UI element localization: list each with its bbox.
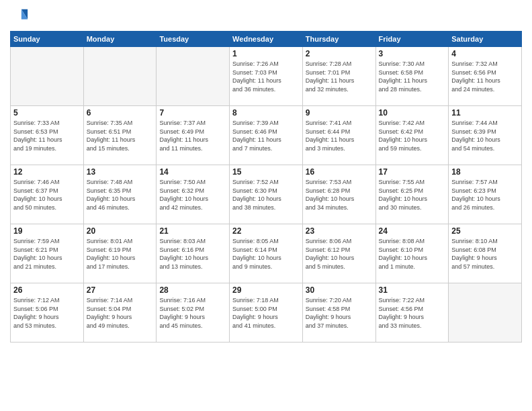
day-number: 23 bbox=[306, 226, 373, 236]
calendar-cell: 10Sunrise: 7:42 AM Sunset: 6:42 PM Dayli… bbox=[375, 106, 449, 165]
day-info: Sunrise: 8:05 AM Sunset: 6:14 PM Dayligh… bbox=[232, 237, 300, 271]
calendar-cell: 1Sunrise: 7:26 AM Sunset: 7:03 PM Daylig… bbox=[230, 47, 303, 106]
weekday-header-friday: Friday bbox=[375, 32, 449, 47]
day-number: 15 bbox=[232, 167, 300, 177]
day-number: 19 bbox=[13, 226, 81, 236]
day-info: Sunrise: 7:44 AM Sunset: 6:39 PM Dayligh… bbox=[451, 119, 519, 152]
calendar-cell: 25Sunrise: 8:10 AM Sunset: 6:08 PM Dayli… bbox=[449, 224, 522, 283]
day-number: 4 bbox=[451, 49, 519, 58]
day-info: Sunrise: 7:46 AM Sunset: 6:37 PM Dayligh… bbox=[13, 178, 81, 212]
day-info: Sunrise: 7:57 AM Sunset: 6:23 PM Dayligh… bbox=[451, 178, 519, 212]
day-number: 8 bbox=[232, 108, 300, 118]
day-info: Sunrise: 7:59 AM Sunset: 6:21 PM Dayligh… bbox=[13, 237, 81, 271]
day-info: Sunrise: 7:30 AM Sunset: 6:58 PM Dayligh… bbox=[379, 60, 446, 93]
calendar-cell: 30Sunrise: 7:20 AM Sunset: 4:58 PM Dayli… bbox=[302, 283, 375, 342]
day-info: Sunrise: 8:08 AM Sunset: 6:10 PM Dayligh… bbox=[379, 237, 446, 271]
day-info: Sunrise: 7:42 AM Sunset: 6:42 PM Dayligh… bbox=[379, 119, 446, 152]
calendar-cell: 14Sunrise: 7:50 AM Sunset: 6:32 PM Dayli… bbox=[157, 165, 230, 224]
day-number: 9 bbox=[306, 108, 373, 118]
day-number: 27 bbox=[87, 285, 154, 295]
calendar-cell: 27Sunrise: 7:14 AM Sunset: 5:04 PM Dayli… bbox=[83, 283, 157, 342]
day-info: Sunrise: 7:12 AM Sunset: 5:06 PM Dayligh… bbox=[13, 296, 81, 330]
calendar-cell: 3Sunrise: 7:30 AM Sunset: 6:58 PM Daylig… bbox=[375, 47, 449, 106]
day-number: 21 bbox=[159, 226, 226, 236]
logo bbox=[10, 7, 32, 26]
day-info: Sunrise: 7:37 AM Sunset: 6:49 PM Dayligh… bbox=[159, 119, 226, 152]
weekday-header-tuesday: Tuesday bbox=[157, 32, 230, 47]
calendar-cell: 24Sunrise: 8:08 AM Sunset: 6:10 PM Dayli… bbox=[375, 224, 449, 283]
day-number: 3 bbox=[379, 49, 446, 58]
calendar-cell: 28Sunrise: 7:16 AM Sunset: 5:02 PM Dayli… bbox=[157, 283, 230, 342]
calendar-cell: 7Sunrise: 7:37 AM Sunset: 6:49 PM Daylig… bbox=[157, 106, 230, 165]
calendar-cell bbox=[11, 47, 84, 106]
calendar-cell bbox=[449, 283, 522, 342]
day-number: 28 bbox=[159, 285, 226, 295]
calendar-cell: 8Sunrise: 7:39 AM Sunset: 6:46 PM Daylig… bbox=[230, 106, 303, 165]
day-number: 2 bbox=[306, 49, 373, 58]
calendar-cell: 31Sunrise: 7:22 AM Sunset: 4:56 PM Dayli… bbox=[375, 283, 449, 342]
day-info: Sunrise: 7:26 AM Sunset: 7:03 PM Dayligh… bbox=[232, 60, 300, 93]
weekday-header-wednesday: Wednesday bbox=[230, 32, 303, 47]
calendar-week-3: 12Sunrise: 7:46 AM Sunset: 6:37 PM Dayli… bbox=[11, 165, 522, 224]
weekday-header-row: SundayMondayTuesdayWednesdayThursdayFrid… bbox=[11, 32, 522, 47]
weekday-header-monday: Monday bbox=[83, 32, 157, 47]
day-info: Sunrise: 8:10 AM Sunset: 6:08 PM Dayligh… bbox=[451, 237, 519, 271]
calendar-cell: 9Sunrise: 7:41 AM Sunset: 6:44 PM Daylig… bbox=[302, 106, 375, 165]
calendar-cell: 19Sunrise: 7:59 AM Sunset: 6:21 PM Dayli… bbox=[11, 224, 84, 283]
day-number: 14 bbox=[159, 167, 226, 177]
day-number: 11 bbox=[451, 108, 519, 118]
calendar-cell: 11Sunrise: 7:44 AM Sunset: 6:39 PM Dayli… bbox=[449, 106, 522, 165]
calendar-cell: 13Sunrise: 7:48 AM Sunset: 6:35 PM Dayli… bbox=[83, 165, 157, 224]
page-header bbox=[10, 7, 522, 26]
day-info: Sunrise: 7:39 AM Sunset: 6:46 PM Dayligh… bbox=[232, 119, 300, 152]
day-number: 7 bbox=[159, 108, 226, 118]
calendar-cell: 21Sunrise: 8:03 AM Sunset: 6:16 PM Dayli… bbox=[157, 224, 230, 283]
calendar-cell: 18Sunrise: 7:57 AM Sunset: 6:23 PM Dayli… bbox=[449, 165, 522, 224]
day-number: 31 bbox=[379, 285, 446, 295]
day-info: Sunrise: 7:32 AM Sunset: 6:56 PM Dayligh… bbox=[451, 60, 519, 93]
day-number: 12 bbox=[13, 167, 81, 177]
weekday-header-saturday: Saturday bbox=[449, 32, 522, 47]
calendar-cell: 4Sunrise: 7:32 AM Sunset: 6:56 PM Daylig… bbox=[449, 47, 522, 106]
calendar-week-4: 19Sunrise: 7:59 AM Sunset: 6:21 PM Dayli… bbox=[11, 224, 522, 283]
day-info: Sunrise: 7:33 AM Sunset: 6:53 PM Dayligh… bbox=[13, 119, 81, 152]
weekday-header-sunday: Sunday bbox=[11, 32, 84, 47]
day-info: Sunrise: 7:55 AM Sunset: 6:25 PM Dayligh… bbox=[379, 178, 446, 212]
calendar-week-2: 5Sunrise: 7:33 AM Sunset: 6:53 PM Daylig… bbox=[11, 106, 522, 165]
day-number: 22 bbox=[232, 226, 300, 236]
day-number: 6 bbox=[87, 108, 154, 118]
day-info: Sunrise: 7:35 AM Sunset: 6:51 PM Dayligh… bbox=[87, 119, 154, 152]
day-number: 16 bbox=[306, 167, 373, 177]
day-info: Sunrise: 7:22 AM Sunset: 4:56 PM Dayligh… bbox=[379, 296, 446, 330]
calendar-cell bbox=[83, 47, 157, 106]
calendar-cell: 23Sunrise: 8:06 AM Sunset: 6:12 PM Dayli… bbox=[302, 224, 375, 283]
day-number: 20 bbox=[87, 226, 154, 236]
day-number: 18 bbox=[451, 167, 519, 177]
calendar-week-5: 26Sunrise: 7:12 AM Sunset: 5:06 PM Dayli… bbox=[11, 283, 522, 342]
logo-icon bbox=[10, 7, 29, 26]
calendar-cell: 12Sunrise: 7:46 AM Sunset: 6:37 PM Dayli… bbox=[11, 165, 84, 224]
calendar-cell: 6Sunrise: 7:35 AM Sunset: 6:51 PM Daylig… bbox=[83, 106, 157, 165]
calendar-cell: 17Sunrise: 7:55 AM Sunset: 6:25 PM Dayli… bbox=[375, 165, 449, 224]
weekday-header-thursday: Thursday bbox=[302, 32, 375, 47]
calendar-cell: 2Sunrise: 7:28 AM Sunset: 7:01 PM Daylig… bbox=[302, 47, 375, 106]
day-number: 5 bbox=[13, 108, 81, 118]
calendar-cell: 16Sunrise: 7:53 AM Sunset: 6:28 PM Dayli… bbox=[302, 165, 375, 224]
day-info: Sunrise: 7:20 AM Sunset: 4:58 PM Dayligh… bbox=[306, 296, 373, 330]
calendar-cell: 5Sunrise: 7:33 AM Sunset: 6:53 PM Daylig… bbox=[11, 106, 84, 165]
day-number: 10 bbox=[379, 108, 446, 118]
day-info: Sunrise: 8:03 AM Sunset: 6:16 PM Dayligh… bbox=[159, 237, 226, 271]
day-info: Sunrise: 7:18 AM Sunset: 5:00 PM Dayligh… bbox=[232, 296, 300, 330]
day-number: 1 bbox=[232, 49, 300, 58]
day-number: 30 bbox=[306, 285, 373, 295]
day-number: 24 bbox=[379, 226, 446, 236]
day-info: Sunrise: 7:52 AM Sunset: 6:30 PM Dayligh… bbox=[232, 178, 300, 212]
calendar-cell: 26Sunrise: 7:12 AM Sunset: 5:06 PM Dayli… bbox=[11, 283, 84, 342]
calendar-cell: 29Sunrise: 7:18 AM Sunset: 5:00 PM Dayli… bbox=[230, 283, 303, 342]
calendar-cell: 20Sunrise: 8:01 AM Sunset: 6:19 PM Dayli… bbox=[83, 224, 157, 283]
day-info: Sunrise: 8:06 AM Sunset: 6:12 PM Dayligh… bbox=[306, 237, 373, 271]
day-number: 29 bbox=[232, 285, 300, 295]
calendar-week-1: 1Sunrise: 7:26 AM Sunset: 7:03 PM Daylig… bbox=[11, 47, 522, 106]
day-info: Sunrise: 7:14 AM Sunset: 5:04 PM Dayligh… bbox=[87, 296, 154, 330]
calendar-table: SundayMondayTuesdayWednesdayThursdayFrid… bbox=[10, 31, 522, 342]
